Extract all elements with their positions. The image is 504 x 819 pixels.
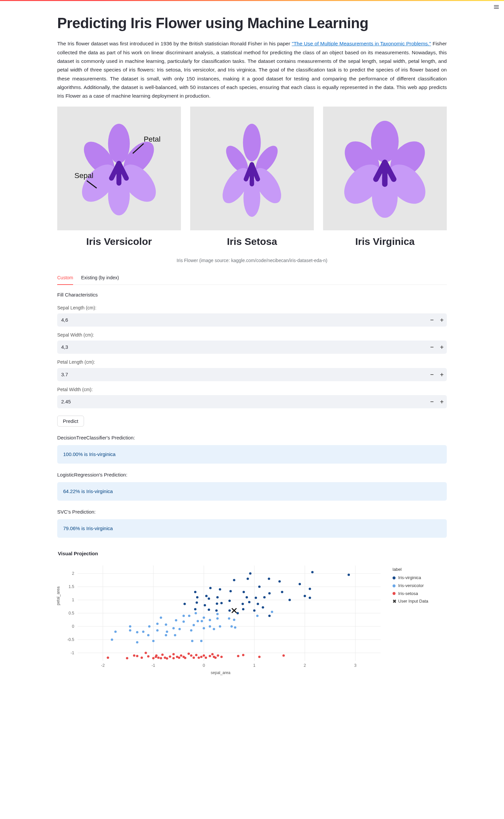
hamburger-menu-icon[interactable] xyxy=(492,3,501,12)
gallery-caption: Iris Flower (image source: kaggle.com/co… xyxy=(57,257,447,264)
svg-point-161 xyxy=(188,653,190,655)
predict-button[interactable]: Predict xyxy=(57,416,84,427)
svg-point-50 xyxy=(194,608,196,611)
svg-point-66 xyxy=(230,590,232,592)
svg-point-117 xyxy=(190,629,192,632)
svg-point-121 xyxy=(196,620,199,623)
legend-cross-icon: ✖ xyxy=(393,600,396,603)
increment-button[interactable]: + xyxy=(437,341,447,353)
svg-point-150 xyxy=(161,654,164,656)
svg-point-69 xyxy=(241,603,244,605)
svg-point-58 xyxy=(209,587,212,589)
svg-point-134 xyxy=(233,619,235,621)
svg-point-107 xyxy=(165,634,167,636)
svg-point-91 xyxy=(309,588,311,590)
svg-point-157 xyxy=(178,657,180,659)
svg-point-166 xyxy=(200,656,202,658)
legend-dot-icon xyxy=(393,584,396,587)
svg-point-147 xyxy=(155,655,157,657)
decrement-button[interactable]: − xyxy=(427,395,437,408)
svg-point-177 xyxy=(258,656,261,658)
svg-point-59 xyxy=(215,610,218,612)
svg-point-67 xyxy=(233,579,235,582)
svg-text:0: 0 xyxy=(72,624,74,629)
svg-point-94 xyxy=(111,639,113,641)
prediction-svc-label: SVC's Prediction: xyxy=(57,508,447,516)
species-name-virginica: Iris Virginica xyxy=(355,234,415,249)
svg-point-84 xyxy=(268,615,271,617)
svg-point-65 xyxy=(229,600,231,602)
petal-width-stepper: − + xyxy=(57,395,447,408)
svg-point-100 xyxy=(142,631,145,633)
svg-point-64 xyxy=(229,610,231,612)
legend-text: Iris-setosa xyxy=(398,590,418,597)
field-label-petal-width: Petal Width (cm): xyxy=(57,386,447,393)
svg-point-152 xyxy=(166,657,168,660)
svg-point-68 xyxy=(236,612,239,615)
svg-point-144 xyxy=(147,655,149,658)
petal-length-input[interactable] xyxy=(57,370,427,378)
svg-point-102 xyxy=(148,625,150,628)
legend-dot-icon xyxy=(393,592,396,595)
form-fields: Sepal Length (cm): − + Sepal Width (cm):… xyxy=(57,304,447,409)
species-card-versicolor: Petal Sepal Iris Versicolor xyxy=(57,107,181,249)
legend-user-input: ✖ User Input Data xyxy=(393,598,447,605)
svg-text:0.5: 0.5 xyxy=(68,611,74,616)
svg-point-49 xyxy=(184,603,186,605)
svg-point-101 xyxy=(147,634,149,636)
sepal-width-input[interactable] xyxy=(57,343,427,351)
tab-existing[interactable]: Existing (by index) xyxy=(81,272,119,284)
predictions-block: DecisionTreeClassifier's Prediction: 100… xyxy=(57,434,447,538)
species-card-virginica: Iris Virginica xyxy=(323,107,447,249)
legend-dot-icon xyxy=(393,577,396,580)
decrement-button[interactable]: − xyxy=(427,341,437,353)
svg-point-120 xyxy=(194,612,197,615)
svg-point-78 xyxy=(257,603,259,605)
svg-point-123 xyxy=(201,620,203,623)
species-name-versicolor: Iris Versicolor xyxy=(86,234,152,249)
svg-point-170 xyxy=(211,653,214,656)
tab-custom[interactable]: Custom xyxy=(57,272,73,284)
svg-point-173 xyxy=(217,655,219,657)
decrement-button[interactable]: − xyxy=(427,314,437,326)
svg-point-139 xyxy=(126,657,128,660)
sepal-callout-label: Sepal xyxy=(74,172,93,180)
svg-point-57 xyxy=(208,598,210,600)
field-label-sepal-length: Sepal Length (cm): xyxy=(57,304,447,311)
scatter-chart: -1-0.500.511.52-2-10123 petal_area sepal… xyxy=(57,562,384,675)
prediction-svc-result: 79.06% is Iris-virginica xyxy=(57,519,447,538)
increment-button[interactable]: + xyxy=(437,368,447,381)
intro-paragraph: The Iris flower dataset was first introd… xyxy=(57,39,447,100)
increment-button[interactable]: + xyxy=(437,395,447,408)
svg-point-61 xyxy=(216,596,219,599)
decrement-button[interactable]: − xyxy=(427,368,437,381)
svg-point-55 xyxy=(205,595,207,597)
svg-point-53 xyxy=(195,602,198,604)
svg-point-73 xyxy=(247,578,249,580)
svg-point-62 xyxy=(219,588,221,591)
svg-point-141 xyxy=(136,655,138,657)
petal-length-stepper: − + xyxy=(57,368,447,381)
sepal-length-input[interactable] xyxy=(57,316,427,324)
svg-point-128 xyxy=(213,628,215,630)
intro-link[interactable]: "The Use of Multiple Measurements in Tax… xyxy=(292,41,431,46)
flower-image-versicolor: Petal Sepal xyxy=(57,107,181,230)
form-section-label: Fill Characteristics xyxy=(57,291,447,299)
page-title: Predicting Iris Flower using Machine Lea… xyxy=(57,12,447,35)
svg-point-86 xyxy=(281,591,283,593)
svg-point-112 xyxy=(175,619,177,622)
svg-point-135 xyxy=(234,626,236,629)
svg-point-119 xyxy=(192,624,195,626)
svg-point-140 xyxy=(133,655,135,657)
svg-point-79 xyxy=(258,586,261,588)
svg-point-60 xyxy=(216,603,218,605)
svg-point-11 xyxy=(243,124,261,161)
increment-button[interactable]: + xyxy=(437,314,447,326)
svg-point-83 xyxy=(268,592,271,595)
svg-text:-1: -1 xyxy=(70,651,74,655)
svg-point-77 xyxy=(255,597,257,599)
svg-point-104 xyxy=(156,629,158,632)
petal-width-input[interactable] xyxy=(57,398,427,406)
svg-point-124 xyxy=(203,627,205,629)
chart-xlabel: sepal_area xyxy=(211,670,230,676)
